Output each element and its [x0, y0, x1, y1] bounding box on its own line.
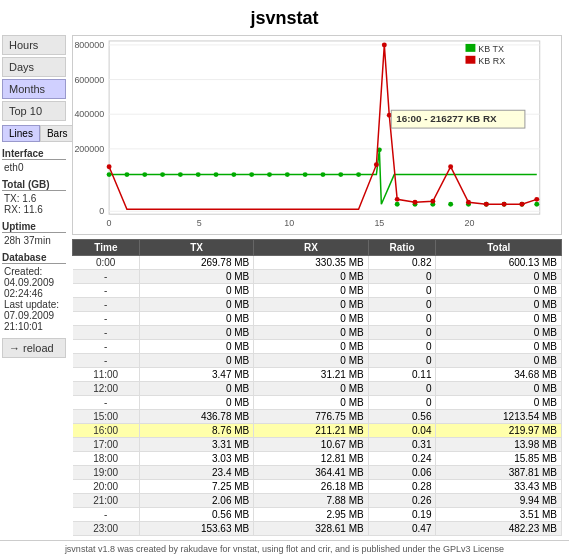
tab-lines[interactable]: Lines [2, 125, 40, 142]
cell-total: 0 MB [436, 284, 562, 298]
cell-time: - [73, 284, 140, 298]
svg-point-25 [267, 172, 272, 177]
svg-point-32 [395, 202, 400, 207]
cell-rx: 0 MB [254, 354, 368, 368]
svg-point-24 [249, 172, 254, 177]
cell-total: 13.98 MB [436, 438, 562, 452]
cell-time: - [73, 396, 140, 410]
table-row: -0 MB0 MB00 MB [73, 326, 562, 340]
table-row: 0:00269.78 MB330.35 MB0.82600.13 MB [73, 256, 562, 270]
cell-rx: 330.35 MB [254, 256, 368, 270]
nav-hours[interactable]: Hours [2, 35, 66, 55]
svg-point-52 [519, 202, 524, 207]
svg-point-27 [303, 172, 308, 177]
uptime-label: Uptime [2, 221, 66, 233]
reload-button[interactable]: → reload [2, 338, 66, 358]
cell-ratio: 0.47 [368, 522, 436, 536]
uptime-value: 28h 37min [2, 235, 66, 246]
cell-tx: 0 MB [139, 396, 253, 410]
svg-point-53 [534, 197, 539, 202]
svg-text:15: 15 [374, 218, 384, 228]
cell-rx: 364.41 MB [254, 466, 368, 480]
svg-point-21 [196, 172, 201, 177]
total-label: Total (GB) [2, 179, 66, 191]
cell-tx: 269.78 MB [139, 256, 253, 270]
interface-label: Interface [2, 148, 66, 160]
table-row: 17:003.31 MB10.67 MB0.3113.98 MB [73, 438, 562, 452]
cell-ratio: 0 [368, 354, 436, 368]
cell-tx: 3.31 MB [139, 438, 253, 452]
cell-rx: 0 MB [254, 284, 368, 298]
last-update-time: 21:10:01 [2, 321, 66, 332]
cell-ratio: 0 [368, 382, 436, 396]
cell-ratio: 0 [368, 340, 436, 354]
svg-rect-58 [466, 56, 476, 64]
cell-tx: 0.56 MB [139, 508, 253, 522]
svg-point-17 [124, 172, 129, 177]
nav-top10[interactable]: Top 10 [2, 101, 66, 121]
tx-value: TX: 1.6 [2, 193, 66, 204]
svg-point-42 [374, 162, 379, 167]
cell-total: 0 MB [436, 312, 562, 326]
svg-text:20: 20 [464, 218, 474, 228]
table-row: -0 MB0 MB00 MB [73, 284, 562, 298]
cell-tx: 2.06 MB [139, 494, 253, 508]
cell-total: 0 MB [436, 326, 562, 340]
cell-total: 9.94 MB [436, 494, 562, 508]
svg-text:KB RX: KB RX [478, 56, 505, 66]
col-tx: TX [139, 240, 253, 256]
cell-ratio: 0 [368, 326, 436, 340]
svg-text:0: 0 [99, 206, 104, 216]
cell-rx: 0 MB [254, 312, 368, 326]
cell-ratio: 0 [368, 270, 436, 284]
cell-tx: 0 MB [139, 354, 253, 368]
cell-rx: 0 MB [254, 326, 368, 340]
cell-time: 11:00 [73, 368, 140, 382]
cell-tx: 0 MB [139, 340, 253, 354]
nav-months[interactable]: Months [2, 79, 66, 99]
cell-ratio: 0 [368, 312, 436, 326]
cell-ratio: 0.82 [368, 256, 436, 270]
col-rx: RX [254, 240, 368, 256]
svg-text:KB TX: KB TX [478, 44, 504, 54]
cell-total: 33.43 MB [436, 480, 562, 494]
cell-rx: 0 MB [254, 382, 368, 396]
svg-point-43 [382, 42, 387, 47]
cell-ratio: 0 [368, 284, 436, 298]
svg-point-46 [413, 200, 418, 205]
nav-days[interactable]: Days [2, 57, 66, 77]
svg-point-51 [502, 202, 507, 207]
created-value: 04.09.2009 [2, 277, 66, 288]
interface-value: eth0 [2, 162, 66, 173]
svg-point-29 [338, 172, 343, 177]
table-row: 16:008.76 MB211.21 MB0.04219.97 MB [73, 424, 562, 438]
cell-total: 0 MB [436, 340, 562, 354]
cell-total: 0 MB [436, 270, 562, 284]
col-time: Time [73, 240, 140, 256]
cell-time: - [73, 508, 140, 522]
table-row: -0 MB0 MB00 MB [73, 270, 562, 284]
cell-rx: 211.21 MB [254, 424, 368, 438]
cell-tx: 0 MB [139, 298, 253, 312]
svg-text:800000: 800000 [74, 40, 104, 50]
cell-ratio: 0.06 [368, 466, 436, 480]
cell-tx: 3.03 MB [139, 452, 253, 466]
cell-time: 21:00 [73, 494, 140, 508]
cell-rx: 0 MB [254, 298, 368, 312]
cell-total: 600.13 MB [436, 256, 562, 270]
table-body: 0:00269.78 MB330.35 MB0.82600.13 MB-0 MB… [73, 256, 562, 536]
cell-tx: 436.78 MB [139, 410, 253, 424]
cell-total: 219.97 MB [436, 424, 562, 438]
svg-point-20 [178, 172, 183, 177]
cell-tx: 8.76 MB [139, 424, 253, 438]
cell-total: 0 MB [436, 298, 562, 312]
table-header-row: Time TX RX Ratio Total [73, 240, 562, 256]
table-row: 23:00153.63 MB328.61 MB0.47482.23 MB [73, 522, 562, 536]
cell-rx: 776.75 MB [254, 410, 368, 424]
cell-tx: 0 MB [139, 270, 253, 284]
cell-time: 15:00 [73, 410, 140, 424]
svg-point-45 [395, 197, 400, 202]
rx-value: RX: 11.6 [2, 204, 66, 215]
cell-total: 0 MB [436, 396, 562, 410]
last-update-value: 07.09.2009 [2, 310, 66, 321]
